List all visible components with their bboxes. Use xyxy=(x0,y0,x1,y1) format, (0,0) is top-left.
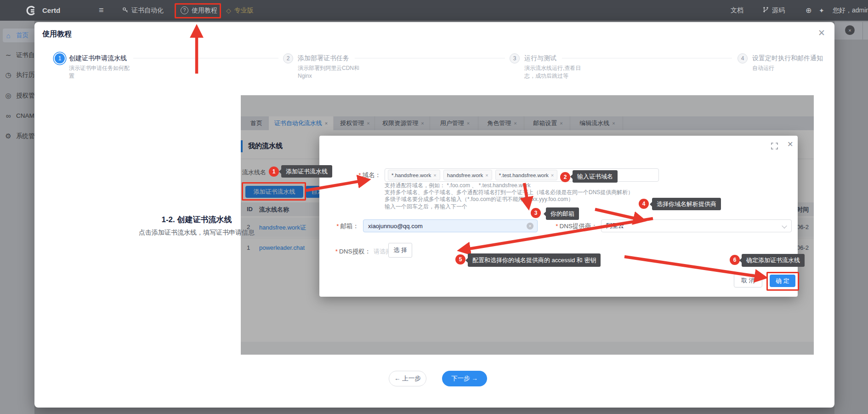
key-icon xyxy=(122,7,128,14)
step-4-title: 设置定时执行和邮件通知 xyxy=(752,54,823,63)
step-3-circle: 3 xyxy=(510,53,520,63)
step-1-desc: 演示证书申请任务如何配置 xyxy=(69,64,134,80)
sidebar-item-auth[interactable]: ◎ 授权管理 xyxy=(5,89,34,103)
section-desc: 点击添加证书流水线，填写证书申请信息 xyxy=(92,229,301,237)
nav-source[interactable]: 源码 xyxy=(763,0,785,21)
nav-pro-edition[interactable]: ◇ 专业版 xyxy=(226,0,254,21)
step-connector xyxy=(355,58,505,58)
tag-remove-icon[interactable]: × xyxy=(485,172,488,178)
clock-icon: ◷ xyxy=(5,71,12,79)
prev-step-button[interactable]: ← 上一步 xyxy=(389,371,426,386)
domain-input[interactable]: *.handsfree.work × handsfree.work × *.te… xyxy=(385,168,659,182)
gear-icon: ⚙ xyxy=(5,132,12,140)
logo-text: Certd xyxy=(42,0,60,21)
tag-remove-icon[interactable]: × xyxy=(551,172,554,178)
domain-tag: *.handsfree.work × xyxy=(388,170,440,180)
step-2-desc: 演示部署到阿里云CDN和Nginx xyxy=(298,64,367,80)
annotation-tip-1: 添加证书流水线 xyxy=(281,165,332,178)
step-4-desc: 自动运行 xyxy=(752,64,844,72)
step-2-circle: 2 xyxy=(283,53,293,63)
sidebar-item-cert-automation[interactable]: ∼ 证书自动化 xyxy=(5,48,34,62)
sparkles-icon[interactable]: ✦ xyxy=(819,0,824,21)
dns-auth-choose-button[interactable]: 选 择 xyxy=(388,243,412,258)
step-3-desc: 演示流水线运行,查看日志，成功后跳过等 xyxy=(524,64,587,80)
sidebar-item-system[interactable]: ⚙ 系统管理 xyxy=(5,129,34,143)
domain-tag: handsfree.work × xyxy=(443,170,492,180)
home-icon: ⌂ xyxy=(5,32,12,40)
annotation-tip-6: 确定添加证书流水线 xyxy=(742,254,805,267)
cancel-button[interactable]: 取 消 xyxy=(734,274,762,288)
annotation-tip-2: 输入证书域名 xyxy=(573,170,618,183)
git-branch-icon xyxy=(763,6,769,14)
highlight-box-confirm xyxy=(766,272,799,291)
step-connector xyxy=(562,58,732,58)
highlight-box-add-button xyxy=(242,182,306,201)
divider xyxy=(862,22,863,40)
dns-provider-select[interactable]: 阿里云 xyxy=(601,219,792,232)
domain-help-text: 支持通配符域名，例如： *.foo.com 、 *.test.handsfree… xyxy=(385,182,633,210)
sidebar-collapse-icon[interactable]: ≡ xyxy=(99,0,104,21)
tutorial-title: 使用教程 xyxy=(42,29,72,39)
fullscreen-icon[interactable] xyxy=(771,143,778,151)
chevron-down-icon xyxy=(782,223,787,228)
section-title: 1-2. 创建证书流水线 xyxy=(92,214,301,225)
sidebar-item-cname[interactable]: ∞ CNAME xyxy=(5,109,34,122)
nav-cert-automation[interactable]: 证书自动化 xyxy=(122,0,164,21)
annotation-badge-2: 2 xyxy=(560,172,570,182)
annotation-tip-3: 你的邮箱 xyxy=(546,207,579,220)
annotation-badge-1: 1 xyxy=(269,167,279,177)
link-icon: ∞ xyxy=(5,112,12,120)
sidebar: ⌂ 首页 ∼ 证书自动化 ◷ 执行历史 ◎ 授权管理 ∞ CNAME ⚙ 系统管… xyxy=(0,21,34,414)
annotation-badge-4: 4 xyxy=(639,199,649,209)
user-greeting[interactable]: 您好，admin xyxy=(833,0,868,21)
domain-label: *域名： xyxy=(338,171,381,179)
step-1-circle: 1 xyxy=(55,53,65,63)
step-2-title: 添加部署证书任务 xyxy=(298,54,349,63)
annotation-badge-3: 3 xyxy=(531,208,541,218)
badge-icon: ◇ xyxy=(226,7,231,14)
annotation-badge-6: 6 xyxy=(730,255,740,265)
step-1-title: 创建证书申请流水线 xyxy=(69,54,127,63)
certd-logo-icon xyxy=(25,0,37,21)
globe-icon[interactable]: ⊕ xyxy=(806,0,811,21)
sidebar-item-home[interactable]: ⌂ 首页 xyxy=(3,29,34,42)
sidebar-item-history[interactable]: ◷ 执行历史 xyxy=(5,68,34,82)
dns-auth-label: *DNS授权： xyxy=(319,247,371,256)
tag-remove-icon[interactable]: × xyxy=(433,172,436,178)
step-3-title: 运行与测试 xyxy=(524,54,556,63)
certd-app: Certd ≡ 证书自动化 ? 使用教程 ◇ 专业版 文档 源码 ⊕ ✦ 您好，… xyxy=(0,0,868,414)
annotation-tip-5: 配置和选择你的域名提供商的 accessid 和 密钥 xyxy=(468,253,601,267)
chart-line-icon: ∼ xyxy=(5,51,12,59)
domain-tag: *.test.handsfree.work × xyxy=(495,170,557,180)
email-label: *邮箱： xyxy=(319,222,359,230)
step-4-circle: 4 xyxy=(738,53,748,63)
email-field[interactable]: xiaojunnuo@qq.com × xyxy=(363,219,538,232)
step-connector xyxy=(133,58,278,58)
annotation-tip-4: 选择你域名解析提供商 xyxy=(652,198,721,210)
dialog-close-icon[interactable]: ✕ xyxy=(787,140,793,149)
highlight-box-tutorial xyxy=(175,3,221,18)
topbar: Certd ≡ 证书自动化 ? 使用教程 ◇ 专业版 文档 源码 ⊕ ✦ 您好，… xyxy=(0,0,868,21)
dns-provider-label: *DNS提供商： xyxy=(526,222,597,230)
next-step-button[interactable]: 下一步 → xyxy=(442,371,487,386)
background-right-strip xyxy=(834,21,868,414)
modal-close-icon[interactable]: ✕ xyxy=(818,28,825,38)
nav-docs[interactable]: 文档 xyxy=(731,0,743,21)
annotation-badge-5: 5 xyxy=(455,254,465,264)
close-all-tabs-icon[interactable]: × xyxy=(845,25,855,35)
target-icon: ◎ xyxy=(5,92,12,100)
